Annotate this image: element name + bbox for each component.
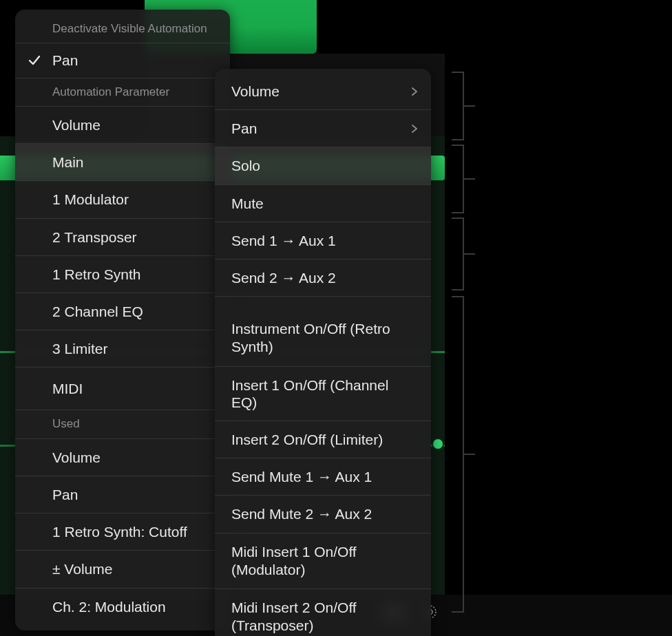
- used-item-pm-volume[interactable]: ± Volume: [15, 551, 230, 587]
- menu-item-label: Ch. 2: Modulation: [52, 599, 166, 615]
- menu-item-label: Send Mute 2 → Aux 2: [231, 506, 372, 522]
- menu-item-label: 1 Modulator: [52, 191, 129, 207]
- chevron-right-icon: [410, 87, 420, 96]
- automation-parameter-header: Automation Parameter: [15, 78, 230, 106]
- submenu-item-pan[interactable]: Pan: [215, 110, 431, 147]
- menu-item-label: 3 Limiter: [52, 341, 108, 357]
- submenu-item-send2[interactable]: Send 2 → Aux 2: [215, 259, 431, 296]
- menu-item-main[interactable]: Main: [15, 144, 230, 180]
- menu-item-label: Volume: [52, 117, 101, 133]
- callout-bracket-1: [452, 72, 464, 140]
- menu-item-label: Pan: [231, 120, 257, 136]
- submenu-item-instrument-onoff[interactable]: Instrument On/Off (Retro Synth): [215, 310, 431, 366]
- check-icon: [28, 54, 41, 67]
- automation-node[interactable]: [432, 438, 444, 450]
- submenu-item-mute[interactable]: Mute: [215, 185, 431, 222]
- menu-item-label: Main: [52, 154, 84, 170]
- submenu-item-solo[interactable]: Solo: [215, 147, 431, 184]
- menu-item-label: 2 Transposer: [52, 229, 137, 245]
- used-item-retro-synth-cutoff[interactable]: 1 Retro Synth: Cutoff: [15, 513, 230, 550]
- menu-item-label: Send 2 → Aux 2: [231, 270, 336, 286]
- used-item-pan[interactable]: Pan: [15, 476, 230, 513]
- used-item-ch2-modulation[interactable]: Ch. 2: Modulation: [15, 589, 230, 625]
- menu-item-label: Instrument On/Off (Retro Synth): [231, 321, 390, 354]
- submenu-item-insert1-onoff[interactable]: Insert 1 On/Off (Channel EQ): [215, 367, 431, 421]
- menu-item-label: ± Volume: [52, 561, 112, 577]
- submenu-item-send1[interactable]: Send 1 → Aux 1: [215, 222, 431, 259]
- automation-parameter-menu: Deactivate Visible Automation Pan Automa…: [15, 10, 230, 630]
- menu-item-label: Pan: [52, 487, 78, 502]
- menu-item-2-channel-eq[interactable]: 2 Channel EQ: [15, 293, 230, 330]
- menu-item-label: 1 Retro Synth: [52, 266, 140, 282]
- menu-item-3-limiter[interactable]: 3 Limiter: [15, 330, 230, 367]
- menu-item-label: Send 1 → Aux 1: [231, 233, 336, 248]
- menu-item-label: 1 Retro Synth: Cutoff: [52, 524, 187, 540]
- right-empty-area: [445, 0, 672, 636]
- menu-item-label: Solo: [231, 158, 260, 173]
- menu-item-1-retro-synth[interactable]: 1 Retro Synth: [15, 256, 230, 293]
- submenu-item-sendmute1[interactable]: Send Mute 1 → Aux 1: [215, 458, 431, 495]
- menu-item-label: 2 Channel EQ: [52, 304, 143, 319]
- menu-item-label: Midi Insert 2 On/Off (Transposer): [231, 600, 357, 633]
- callout-bracket-3: [452, 218, 464, 290]
- menu-item-label: Midi Insert 1 On/Off (Modulator): [231, 544, 357, 577]
- menu-item-label: Insert 2 On/Off (Limiter): [231, 432, 383, 447]
- menu-gap: [215, 297, 431, 310]
- submenu-item-midiinsert2-onoff[interactable]: Midi Insert 2 On/Off (Transposer): [215, 589, 431, 636]
- callout-stub-1: [464, 105, 475, 107]
- main-submenu: Volume Pan Solo Mute Send 1 → Aux 1 Send…: [215, 69, 431, 636]
- menu-item-label: Pan: [52, 52, 78, 68]
- menu-item-label: Insert 1 On/Off (Channel EQ): [231, 377, 388, 410]
- menu-item-label: Volume: [52, 449, 101, 465]
- menu-item-label: Send Mute 1 → Aux 1: [231, 469, 372, 485]
- chevron-right-icon: [410, 124, 420, 134]
- menu-item-volume[interactable]: Volume: [15, 107, 230, 143]
- callout-stub-4: [464, 454, 475, 455]
- used-item-volume[interactable]: Volume: [15, 439, 230, 476]
- submenu-item-midiinsert1-onoff[interactable]: Midi Insert 1 On/Off (Modulator): [215, 533, 431, 589]
- submenu-item-volume[interactable]: Volume: [215, 73, 431, 109]
- submenu-item-sendmute2[interactable]: Send Mute 2 → Aux 2: [215, 496, 431, 532]
- menu-item-pan-selected[interactable]: Pan: [15, 43, 230, 77]
- menu-item-label: Mute: [231, 195, 264, 211]
- used-header: Used: [15, 410, 230, 438]
- callout-bracket-2: [452, 145, 464, 213]
- menu-item-1-modulator[interactable]: 1 Modulator: [15, 181, 230, 218]
- deactivate-visible-automation[interactable]: Deactivate Visible Automation: [15, 14, 230, 43]
- callout-stub-3: [464, 253, 475, 255]
- menu-item-label: Volume: [231, 83, 280, 99]
- submenu-item-insert2-onoff[interactable]: Insert 2 On/Off (Limiter): [215, 421, 431, 458]
- menu-item-midi[interactable]: MIDI: [15, 368, 230, 410]
- callout-stub-2: [464, 178, 475, 180]
- menu-item-2-transposer[interactable]: 2 Transposer: [15, 219, 230, 255]
- menu-item-label: MIDI: [52, 381, 83, 396]
- callout-bracket-4: [452, 296, 464, 613]
